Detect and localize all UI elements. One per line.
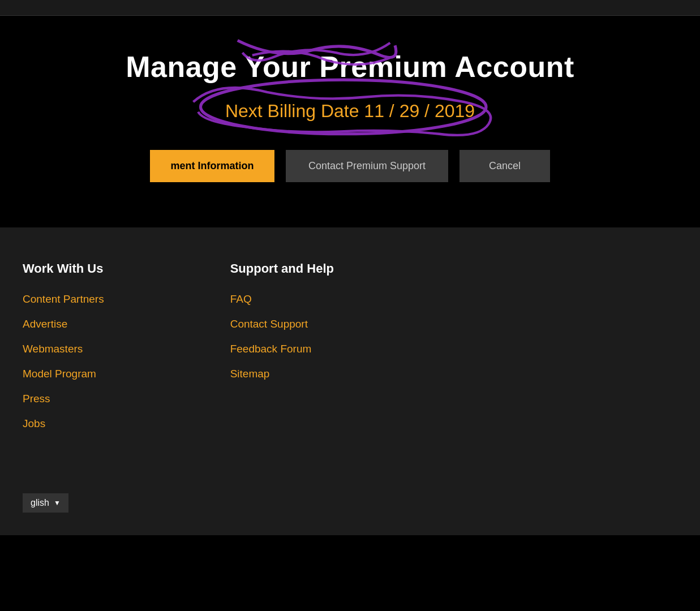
footer-link-advertise[interactable]: Advertise [23,318,208,330]
hero-section: Manage Your Premium Account Next Billing… [0,16,700,227]
footer-section: Work With Us Content Partners Advertise … [0,227,700,535]
language-selector[interactable]: glish ▼ [23,493,68,513]
footer-link-model-program[interactable]: Model Program [23,368,208,380]
footer-link-press[interactable]: Press [23,393,208,405]
footer-link-contact-support[interactable]: Contact Support [230,318,415,330]
footer-col-work-with-us: Work With Us Content Partners Advertise … [23,261,230,442]
cancel-button[interactable]: Cancel [459,150,550,182]
footer-col-extra [437,261,645,442]
footer-heading-support: Support and Help [230,261,415,276]
buttons-row: ment Information Contact Premium Support… [11,150,689,182]
footer-columns: Work With Us Content Partners Advertise … [23,261,645,442]
footer-link-jobs[interactable]: Jobs [23,418,208,430]
footer-link-sitemap[interactable]: Sitemap [230,368,415,380]
footer-link-faq[interactable]: FAQ [230,293,415,306]
language-label: glish [31,498,49,508]
contact-premium-button[interactable]: Contact Premium Support [286,150,448,182]
footer-col-support: Support and Help FAQ Contact Support Fee… [230,261,438,442]
footer-link-content-partners[interactable]: Content Partners [23,293,208,306]
footer-link-feedback-forum[interactable]: Feedback Forum [230,343,415,355]
language-selector-wrapper: glish ▼ [23,471,677,513]
payment-info-button[interactable]: ment Information [150,150,274,182]
language-arrow-icon: ▼ [54,499,61,507]
page-title: Manage Your Premium Account [11,50,689,84]
annotation-overlay [0,16,700,227]
footer-link-webmasters[interactable]: Webmasters [23,343,208,355]
footer-heading-work-with-us: Work With Us [23,261,208,276]
top-bar [0,0,700,16]
billing-date: Next Billing Date 11 / 29 / 2019 [11,101,689,122]
